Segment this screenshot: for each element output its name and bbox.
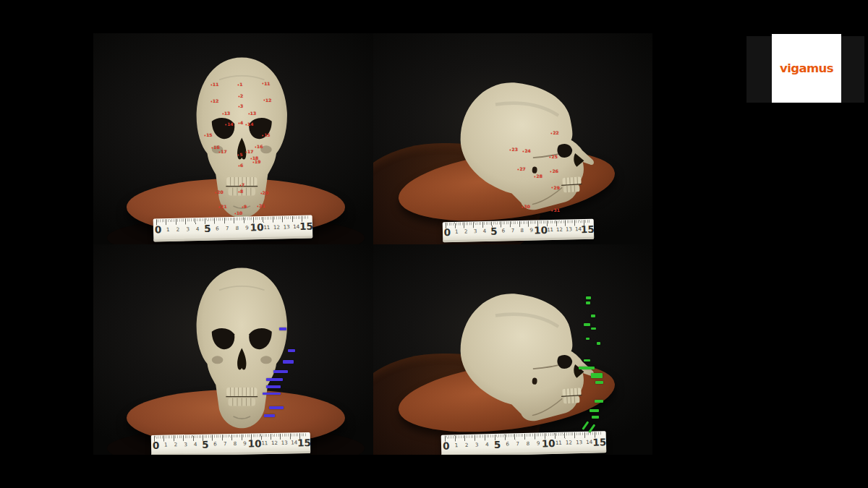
landmark-20: 20 (260, 190, 268, 195)
depth-bar (264, 414, 275, 416)
depth-bar (263, 393, 281, 395)
depth-bar (582, 421, 589, 430)
landmark-dot (238, 95, 239, 97)
landmark-dot (234, 213, 236, 214)
landmark-15: 15 (204, 132, 212, 137)
landmark-dot (552, 210, 553, 211)
landmark-19: 19 (252, 159, 260, 164)
landmark-25: 25 (549, 154, 557, 159)
landmark-21: 21 (257, 203, 265, 208)
landmark-dot (237, 154, 239, 155)
depth-bar (591, 328, 596, 330)
landmark-dot (239, 184, 241, 186)
landmark-layer: 22232425272628293031 (373, 33, 653, 244)
landmark-24: 24 (522, 148, 530, 153)
landmark-dot (245, 124, 247, 125)
landmark-3: 3 (238, 103, 243, 108)
landmark-11: 11 (210, 82, 218, 87)
depth-bar (266, 378, 283, 380)
landmark-9: 9 (242, 204, 247, 209)
landmark-dot (550, 132, 552, 134)
landmark-17: 17 (245, 149, 253, 154)
landmark-dot (210, 100, 212, 102)
landmark-dot (238, 165, 239, 166)
depth-bar (591, 373, 603, 377)
depth-bar-layer (373, 244, 653, 455)
landmark-10: 10 (234, 210, 242, 215)
landmark-dot (238, 106, 239, 107)
landmark-14: 14 (225, 121, 233, 127)
depth-bar (586, 338, 590, 340)
landmark-dot (237, 84, 239, 85)
depth-bar (266, 385, 281, 388)
vigamus-logo: vigamus (772, 34, 841, 103)
landmark-dot (245, 151, 247, 153)
depth-bar (590, 409, 599, 412)
depth-bar (579, 367, 595, 369)
landmark-dot (552, 187, 553, 188)
landmark-dot (522, 206, 524, 207)
landmark-31: 31 (552, 207, 560, 213)
depth-bar (288, 349, 296, 351)
landmark-22: 22 (550, 130, 558, 135)
landmark-12: 12 (263, 98, 271, 103)
landmark-7: 7 (239, 182, 244, 187)
depth-bar (586, 301, 590, 304)
depth-bar (269, 406, 284, 408)
landmark-dot (222, 113, 224, 114)
landmark-dot (549, 156, 550, 158)
landmark-dot (242, 206, 243, 207)
landmark-8: 8 (238, 189, 243, 194)
depth-bar (279, 328, 286, 330)
landmark-30: 30 (522, 204, 530, 209)
landmark-dot (257, 205, 258, 207)
depth-bar (595, 381, 603, 384)
landmark-13: 13 (222, 111, 230, 116)
photo-skull-side-annotated: 0123456789101112131415 22232425272628293… (373, 33, 653, 244)
landmark-dot (204, 134, 205, 136)
landmark-26: 26 (550, 168, 558, 174)
depth-bar (591, 314, 595, 317)
landmark-28: 28 (535, 174, 542, 179)
landmark-dot (238, 191, 239, 192)
landmark-13: 13 (248, 111, 256, 116)
landmark-15: 15 (262, 132, 270, 137)
landmark-23: 23 (510, 147, 518, 152)
landmark-dot (252, 161, 254, 163)
depth-bar (586, 296, 591, 299)
landmark-2: 2 (238, 93, 243, 98)
photo-skull-front-depth-markers: 0123456789101112131415 (93, 244, 373, 455)
landmark-dot (248, 113, 250, 114)
landmark-dot (250, 158, 252, 159)
landmark-dot (210, 84, 212, 85)
landmark-dot (262, 134, 263, 136)
landmark-5: 5 (237, 152, 242, 157)
depth-bar (595, 400, 603, 403)
landmark-dot (238, 122, 239, 124)
skull-photo-grid: 0123456789101112131415 11111212123131314… (93, 33, 652, 455)
landmark-dot (517, 168, 519, 170)
landmark-dot (535, 176, 536, 177)
photo-skull-front-annotated: 0123456789101112131415 11111212123131314… (93, 33, 373, 244)
depth-bar (597, 342, 600, 344)
landmark-21: 21 (218, 204, 226, 209)
landmark-20: 20 (215, 189, 223, 194)
landmark-11: 11 (262, 81, 270, 86)
landmark-dot (522, 150, 524, 152)
depth-bar (584, 323, 590, 326)
depth-bar (273, 370, 289, 372)
landmark-dot (211, 147, 213, 148)
photo-skull-side-depth-markers: 0123456789101112131415 (373, 244, 653, 455)
landmark-dot (215, 192, 216, 193)
landmark-17: 17 (218, 149, 226, 154)
landmark-dot (218, 151, 220, 153)
landmark-27: 27 (517, 166, 525, 171)
landmark-dot (218, 206, 220, 207)
landmark-6: 6 (238, 163, 243, 168)
landmark-dot (255, 146, 256, 147)
landmark-12: 12 (210, 98, 218, 103)
depth-bar (592, 416, 599, 419)
video-frame: 0123456789101112131415 11111212123131314… (0, 0, 868, 488)
depth-bar-layer (93, 244, 373, 455)
landmark-dot (225, 124, 226, 125)
